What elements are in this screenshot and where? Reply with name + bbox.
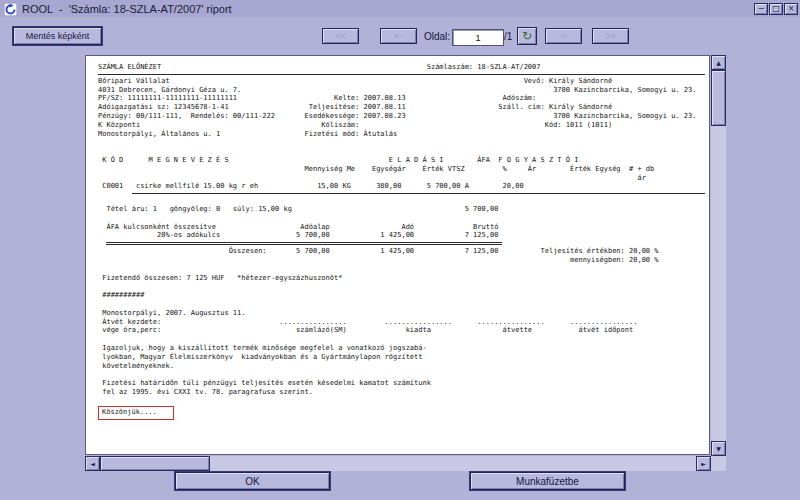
doc-line: Adóigazgatási sz: 12345678-1-41 Teljesít…	[98, 103, 705, 112]
doc-line: Fizetendő összesen: 7 125 HUF *hétezer-e…	[98, 274, 705, 283]
doc-line: Fizetési határidőn túli pénzügyi teljesí…	[98, 379, 705, 388]
window-controls: − □ ×	[754, 3, 798, 15]
doc-line: fel az 1995. évi CXXI tv. 78. paragrafus…	[98, 388, 705, 397]
table-header-row: ár	[98, 174, 705, 183]
table-header-row: Mennyiség Me Egységár Érték VTSZ % Ár Ér…	[98, 165, 705, 174]
doc-line: SZÁMLA ELŐNÉZET Számlaszám: 18-SZLA-AT/2…	[98, 63, 705, 72]
doc-line: ÁFA kulcsonként összesítve Adóalap Adó B…	[98, 223, 705, 232]
last-page-button[interactable]: >>	[592, 28, 629, 44]
doc-line	[98, 282, 705, 291]
maximize-button[interactable]: □	[769, 3, 783, 15]
refresh-icon: ↻	[522, 29, 532, 43]
doc-line	[98, 138, 705, 147]
doc-line: Összesen: 5 700,00 1 425,00 7 125,00 Tel…	[98, 247, 705, 256]
invoice-preview-page: SZÁMLA ELŐNÉZET Számlaszám: 18-SZLA-AT/2…	[85, 55, 710, 455]
divider	[132, 193, 705, 194]
doc-line: lyokban, Magyar Élelmiszerkönyv kiadvány…	[98, 353, 705, 362]
scroll-left-icon: ◄	[90, 460, 95, 467]
doc-line: követelményeknek.	[98, 362, 705, 371]
doc-line: Köszönjük....	[98, 405, 705, 420]
page-number-input[interactable]	[452, 29, 504, 46]
doc-line: vége óra,perc: számlázó(SM) kiadta átvet…	[98, 326, 705, 335]
doc-line	[98, 370, 705, 379]
page-label: Oldal:	[424, 31, 450, 42]
doc-line: PF/SZ: 11111111-11111111-11111111 Kelte:…	[98, 94, 705, 103]
scroll-up-button[interactable]: ▲	[711, 55, 726, 70]
highlight-box: Köszönjük....	[98, 406, 174, 420]
scroll-right-button[interactable]: ►	[696, 456, 711, 471]
doc-line: Bőripari Vállalat Vevő: Király Sándorné	[98, 77, 705, 86]
refresh-button[interactable]: ↻	[517, 27, 537, 45]
doc-line	[98, 196, 705, 205]
doc-line: Monostorpályi, Általános u. 1 Fizetési m…	[98, 130, 705, 139]
prev-page-button[interactable]: <-	[380, 28, 417, 44]
doc-line: K Központi Kóliszám: Kód: 1011 (1011)	[98, 121, 705, 130]
doc-line: Monostorpályi, 2007. Augusztus 11.	[98, 309, 705, 318]
vertical-scroll-thumb[interactable]	[711, 70, 726, 126]
scroll-right-icon: ►	[701, 460, 706, 467]
minimize-icon: −	[758, 4, 765, 13]
table-row: C0001 csirke mellfilé 15.00 kg r eh 15,0…	[98, 182, 705, 191]
window-title: ROOL - 'Számla: 18-SZLA-AT/2007' riport	[22, 3, 232, 15]
doc-line: mennyiségben: 20,00 %	[98, 256, 705, 265]
scroll-left-button[interactable]: ◄	[85, 456, 100, 471]
scroll-down-button[interactable]: ▼	[711, 441, 726, 456]
workbook-button[interactable]: Munkafüzetbe	[470, 472, 625, 490]
minimize-button[interactable]: −	[754, 3, 768, 15]
doc-line: Pénzügy: 00/111-111, Rendelés: 00/111-22…	[98, 112, 705, 121]
doc-line: Átvét kezdete: ................ ........…	[98, 318, 705, 327]
titlebar[interactable]: ROOL - 'Számla: 18-SZLA-AT/2007' riport …	[0, 0, 800, 17]
vertical-scrollbar[interactable]: ▲ ▼	[711, 55, 726, 456]
doc-line: Igazoljuk, hogy a kiszállított termék mi…	[98, 344, 705, 353]
doc-line: 4031 Debrecen, Gárdonyi Géza u. 7. 3700 …	[98, 86, 705, 95]
ok-button[interactable]: OK	[175, 472, 330, 490]
doc-line	[98, 300, 705, 309]
page-count-label: /1	[504, 31, 512, 42]
horizontal-scroll-thumb[interactable]	[100, 456, 210, 471]
doc-line	[98, 214, 705, 223]
doc-line	[98, 147, 705, 156]
horizontal-scrollbar[interactable]: ◄ ►	[85, 456, 711, 471]
first-page-button[interactable]: <<	[322, 28, 359, 44]
doc-line: ##########	[98, 291, 705, 300]
scrollbar-corner	[711, 456, 726, 471]
doc-line	[98, 397, 705, 406]
next-page-button[interactable]: ->	[545, 28, 582, 44]
doc-line: Tétel áru: 1 göngyöleg: 0 súly: 15,00 kg…	[98, 205, 705, 214]
doc-line: 20%-os adókulcs 5 700,00 1 425,00 7 125,…	[98, 231, 705, 240]
scroll-down-icon: ▼	[716, 445, 721, 452]
doc-line	[98, 335, 705, 344]
divider	[106, 242, 502, 245]
divider	[98, 74, 705, 75]
app-logo-icon	[4, 2, 17, 15]
scroll-up-icon: ▲	[716, 59, 721, 66]
close-icon: ×	[788, 4, 795, 13]
maximize-icon: □	[772, 4, 780, 13]
doc-line	[98, 265, 705, 274]
save-as-image-button[interactable]: Mentés képként	[13, 27, 102, 45]
table-header-row: K Ó D M E G N E V E Z É S E L A D Á S I …	[98, 156, 705, 165]
close-button[interactable]: ×	[784, 3, 798, 15]
